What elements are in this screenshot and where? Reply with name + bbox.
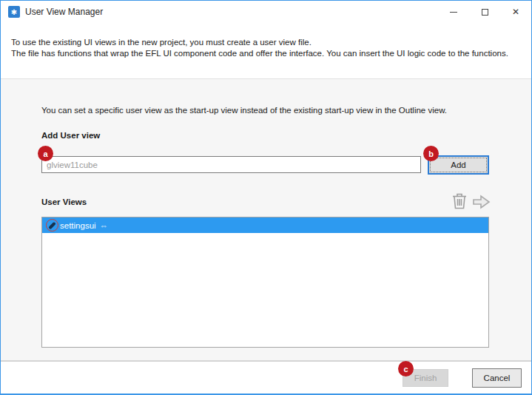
list-item-settingsui[interactable]: settingsui ⇔ (42, 217, 488, 233)
close-button[interactable]: ✕ (500, 1, 531, 23)
close-icon: ✕ (512, 7, 519, 16)
dialog-body: You can set a specific user view as the … (1, 79, 531, 361)
view-name-input[interactable] (41, 156, 421, 173)
maximize-button[interactable] (469, 1, 500, 23)
tizen-logo-icon (8, 6, 20, 18)
delete-view-button[interactable] (451, 192, 468, 210)
minimize-button[interactable] (438, 1, 469, 23)
user-views-label: User Views (41, 198, 87, 206)
minimize-icon (450, 12, 457, 13)
pen-icon (48, 221, 56, 229)
add-user-view-label: Add User view (41, 131, 100, 140)
window-title: User View Manager (25, 1, 103, 23)
dialog-footer: Finish Cancel (1, 360, 531, 394)
description-line-1: To use the existing UI views in the new … (11, 37, 508, 48)
view-name: settingsui (60, 221, 96, 230)
user-view-manager-dialog: User View Manager ✕ To use the existing … (0, 0, 532, 395)
annotation-badge-a: a (38, 146, 53, 161)
startup-view-indicator-icon: ⇔ (100, 221, 109, 230)
red-circle-annotation (46, 219, 58, 232)
user-views-list[interactable]: settingsui ⇔ (41, 217, 489, 348)
annotation-badge-c: c (398, 361, 414, 377)
title-bar: User View Manager ✕ (1, 1, 531, 23)
promote-arrow-icon (472, 194, 491, 210)
cancel-button[interactable]: Cancel (472, 368, 522, 388)
description-line-2: The file has functions that wrap the EFL… (11, 48, 508, 59)
dialog-description: To use the existing UI views in the new … (1, 23, 531, 79)
annotation-badge-b: b (423, 146, 439, 161)
trash-icon (451, 192, 468, 210)
window-controls: ✕ (438, 1, 531, 23)
maximize-icon (482, 9, 488, 16)
startup-view-hint: You can set a specific user view as the … (41, 106, 447, 115)
set-startup-view-button[interactable] (472, 194, 491, 210)
